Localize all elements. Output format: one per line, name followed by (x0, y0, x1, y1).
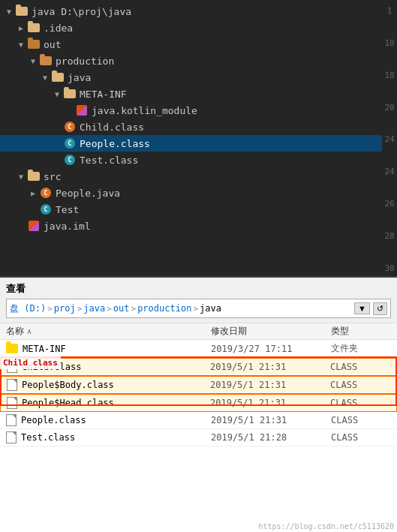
breadcrumb-item-java[interactable]: java (83, 303, 105, 314)
breadcrumb-drive[interactable]: 盘 (D:) (10, 302, 46, 315)
breadcrumb-item-proj[interactable]: proj (54, 303, 76, 314)
breadcrumb-dropdown-btn[interactable]: ▼ (354, 302, 370, 314)
iml-icon (29, 221, 39, 231)
file-type: CLASS (331, 432, 391, 443)
ide-panel: ▼java D:\proj\java▶.idea▼out▼production▼… (0, 0, 397, 278)
column-header-修改日期[interactable]: 修改日期 (211, 325, 331, 338)
line-numbers: 11018202424262830 (382, 0, 397, 276)
tree-arrow: ▼ (51, 90, 63, 98)
file-type: CLASS (330, 398, 390, 408)
file-date: 2019/5/1 21:31 (210, 362, 330, 372)
breadcrumb-item-java: java (200, 303, 221, 314)
tree-arrow: ▼ (15, 173, 27, 181)
tree-item-label: Child.class (80, 122, 394, 133)
line-number (382, 148, 397, 164)
tree-item-child-class[interactable]: CChild.class (0, 119, 397, 135)
tree-arrow: ▶ (27, 189, 39, 197)
line-number (382, 83, 397, 99)
kotlin-icon (77, 105, 87, 116)
file-icon (7, 397, 17, 409)
tree-item-label: production (56, 56, 394, 67)
file-date: 2019/5/1 21:31 (210, 398, 330, 408)
line-number: 30 (382, 260, 397, 276)
breadcrumb-controls: ▼ ↺ (354, 302, 387, 315)
file-list: Child classMETA-INF2019/3/27 17:11文件夹Chi… (0, 340, 397, 521)
class-icon-teal: C (65, 138, 75, 149)
breadcrumb-separator: > (193, 304, 198, 314)
class-icon-orange: C (65, 122, 75, 132)
file-date: 2019/5/1 21:31 (210, 380, 330, 390)
file-name: People.class (21, 415, 86, 425)
file-type: CLASS (331, 415, 391, 425)
file-row[interactable]: Test.class2019/5/1 21:28CLASS (0, 429, 397, 446)
explorer-panel: 查看 盘 (D:) > proj > java > out > producti… (0, 278, 397, 532)
column-header-名称[interactable]: 名称 ∧ (6, 325, 211, 338)
tree-item-java-root[interactable]: ▼java D:\proj\java (0, 3, 397, 20)
line-number (382, 19, 397, 35)
file-date: 2019/5/1 21:28 (211, 432, 331, 443)
tree-item-label: Test.class (80, 155, 394, 166)
file-row[interactable]: People.class2019/5/1 21:31CLASS (0, 412, 397, 429)
breadcrumb-item-out[interactable]: out (113, 303, 130, 314)
tree-arrow: ▼ (27, 57, 39, 65)
tree-item-kotlin-module[interactable]: java.kotlin_module (0, 102, 397, 119)
tree-item-label: People.class (80, 138, 394, 149)
file-list-wrapper: Child classMETA-INF2019/3/27 17:11文件夹Chi… (0, 340, 397, 446)
tree-arrow: ▼ (3, 8, 15, 16)
tree-item-people-java[interactable]: ▶CPeople.java (0, 185, 397, 201)
breadcrumb-separator: > (131, 304, 137, 314)
file-icon (6, 414, 17, 426)
tree-item-label: .idea (44, 23, 394, 34)
tree-item-idea[interactable]: ▶.idea (0, 20, 397, 36)
file-name: META-INF (23, 344, 66, 354)
line-number: 10 (382, 35, 397, 51)
tree-item-label: Test (56, 204, 394, 215)
file-type: CLASS (330, 380, 390, 390)
line-number: 28 (382, 228, 397, 244)
explorer-title: 查看 (6, 282, 391, 296)
file-name: Test.class (21, 432, 75, 443)
line-number: 26 (382, 196, 397, 212)
file-type: CLASS (330, 362, 390, 372)
folder-icon (64, 89, 76, 98)
tree-item-java-iml[interactable]: java.iml (0, 218, 397, 234)
watermark: https://blog.csdn.net/c5113620 (0, 521, 397, 532)
explorer-header: 查看 盘 (D:) > proj > java > out > producti… (0, 278, 397, 323)
file-row[interactable]: People$Body.class2019/5/1 21:31CLASS (0, 376, 397, 394)
tree-item-out[interactable]: ▼out (0, 36, 397, 53)
file-row[interactable]: META-INF2019/3/27 17:11文件夹 (0, 340, 397, 358)
line-number (382, 244, 397, 260)
file-row[interactable]: Child.class2019/5/1 21:31CLASS (0, 358, 397, 376)
breadcrumb-item-production[interactable]: production (137, 303, 191, 314)
file-name: People$Head.class (22, 398, 114, 408)
breadcrumb-separator: > (107, 304, 112, 314)
tree-item-production[interactable]: ▼production (0, 53, 397, 69)
tree-item-test-kt[interactable]: CTest (0, 201, 397, 218)
folder-icon (52, 73, 64, 82)
folder-icon (28, 23, 40, 32)
folder-icon (28, 172, 40, 181)
line-number (382, 51, 397, 67)
sort-arrow: ∧ (27, 327, 32, 335)
tree-item-src[interactable]: ▼src (0, 168, 397, 185)
line-number (382, 179, 397, 195)
tree-item-label: META-INF (80, 89, 394, 100)
tree-item-metainf[interactable]: ▼META-INF (0, 86, 397, 102)
tree-item-java-sub[interactable]: ▼java (0, 69, 397, 86)
breadcrumb-separator: > (47, 304, 53, 314)
line-number: 18 (382, 68, 397, 83)
tree-item-label: src (44, 171, 394, 182)
class-icon-orange: C (41, 188, 51, 198)
file-tree: ▼java D:\proj\java▶.idea▼out▼production▼… (0, 0, 397, 276)
tree-item-people-class[interactable]: CPeople.class (0, 135, 397, 152)
file-row[interactable]: People$Head.class2019/5/1 21:31CLASS (0, 394, 397, 412)
file-icon (7, 379, 17, 391)
breadcrumb-separator: > (77, 304, 83, 314)
tree-item-test-class[interactable]: CTest.class (0, 152, 397, 168)
class-icon-teal: C (65, 155, 75, 165)
class-icon-teal: C (41, 204, 51, 215)
line-number: 24 (382, 164, 397, 179)
column-header-类型[interactable]: 类型 (331, 325, 391, 338)
refresh-btn[interactable]: ↺ (373, 302, 387, 315)
folder-icon (40, 56, 52, 65)
